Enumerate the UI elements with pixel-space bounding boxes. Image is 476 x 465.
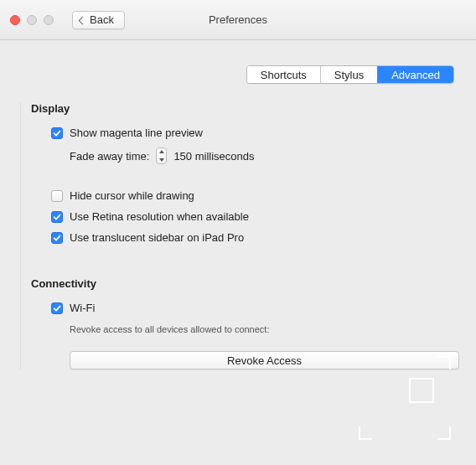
chevron-down-icon	[159, 158, 164, 162]
content-area: Shortcuts Stylus Advanced Display Show m…	[0, 40, 476, 369]
hide-cursor-label: Hide cursor while drawing	[70, 189, 194, 202]
checkmark-icon	[53, 304, 61, 313]
translucent-checkbox[interactable]	[51, 232, 63, 244]
revoke-access-button[interactable]: Revoke Access	[70, 351, 459, 369]
close-window-button[interactable]	[10, 15, 20, 25]
zoom-window-button[interactable]	[44, 15, 54, 25]
fade-away-stepper[interactable]	[156, 147, 167, 164]
revoke-help-text: Revoke access to all devices allowed to …	[51, 324, 459, 334]
display-heading: Display	[31, 102, 459, 115]
chevron-left-icon	[79, 16, 87, 24]
tab-shortcuts[interactable]: Shortcuts	[247, 66, 320, 83]
connectivity-group: Connectivity Wi-Fi Revoke access to all …	[31, 277, 459, 369]
hide-cursor-row: Hide cursor while drawing	[51, 189, 459, 202]
retina-label: Use Retina resolution when available	[70, 210, 249, 223]
tab-advanced[interactable]: Advanced	[377, 66, 453, 83]
back-button[interactable]: Back	[72, 11, 125, 29]
chevron-up-icon	[159, 150, 164, 153]
retina-row: Use Retina resolution when available	[51, 210, 459, 223]
wifi-label: Wi-Fi	[70, 302, 95, 314]
checkmark-icon	[53, 234, 61, 242]
checkmark-icon	[53, 213, 61, 221]
tabs-segmented-control: Shortcuts Stylus Advanced	[246, 65, 454, 84]
hide-cursor-checkbox[interactable]	[51, 190, 63, 202]
checkmark-icon	[53, 129, 61, 137]
show-magenta-checkbox[interactable]	[51, 127, 63, 139]
back-button-label: Back	[90, 13, 114, 26]
tab-stylus[interactable]: Stylus	[320, 66, 377, 83]
connectivity-heading: Connectivity	[31, 277, 459, 290]
fade-away-row: Fade away time: 150 milliseconds	[51, 147, 459, 164]
show-magenta-row: Show magenta line preview	[51, 127, 459, 139]
fade-away-label: Fade away time:	[70, 150, 149, 163]
fade-away-value: 150 milliseconds	[173, 150, 254, 163]
minimize-window-button[interactable]	[27, 15, 37, 25]
display-group: Display Show magenta line preview Fade a…	[31, 102, 459, 244]
window-controls	[10, 15, 54, 25]
translucent-row: Use translucent sidebar on iPad Pro	[51, 231, 459, 244]
show-magenta-label: Show magenta line preview	[70, 127, 203, 139]
wifi-checkbox[interactable]	[51, 302, 63, 314]
titlebar: Back Preferences	[0, 0, 476, 40]
translucent-label: Use translucent sidebar on iPad Pro	[70, 231, 244, 244]
retina-checkbox[interactable]	[51, 211, 63, 223]
wifi-row: Wi-Fi	[51, 302, 459, 314]
